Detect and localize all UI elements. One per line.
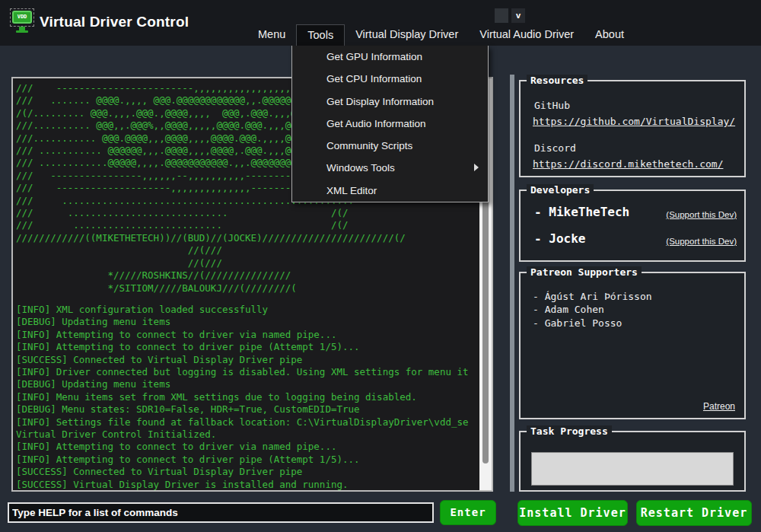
ascii-art-line: //(///: [16, 244, 406, 256]
resources-title: Resources: [527, 75, 587, 86]
discord-label: Discord: [534, 142, 576, 154]
developers-group: Developers - MikeTheTech (Support this D…: [519, 190, 746, 262]
menu-item-virtual-audio-driver[interactable]: Virtual Audio Driver: [469, 24, 584, 46]
log-line: [SUCCESS] Connected to Virtual Display D…: [16, 354, 469, 366]
task-progress-group: Task Progress: [519, 431, 746, 492]
github-link[interactable]: https://github.com/VirtualDisplay/: [533, 116, 735, 127]
command-input[interactable]: [8, 502, 434, 523]
log-line: [INFO] XML configuration loaded successf…: [16, 304, 469, 316]
log-output: [INFO] XML configuration loaded successf…: [16, 304, 469, 491]
developers-title: Developers: [527, 184, 594, 196]
menu-item-virtual-display-driver[interactable]: Virtual Display Driver: [345, 24, 469, 46]
ascii-art-line: */SITIOM/////BALOUKJ///(////////(: [16, 282, 406, 295]
task-progress-title: Task Progress: [527, 425, 612, 437]
vdd-monitor-icon: VDD: [10, 8, 36, 34]
log-line: [INFO] Menu items set from XML settings …: [16, 391, 469, 403]
support-dev-link-1[interactable]: (Support this Dev): [666, 210, 737, 219]
menu-item-get-display-information[interactable]: Get Display Information: [292, 91, 488, 113]
menu-item-menu[interactable]: Menu: [247, 24, 296, 46]
menu-bar: Menu Tools Virtual Display Driver Virtua…: [247, 24, 635, 46]
log-line: [DEBUG] Updating menu items: [16, 378, 469, 390]
ascii-art-line: //(///: [16, 257, 406, 269]
resources-group: Resources GitHub https://github.com/Virt…: [519, 80, 746, 177]
log-line: [INFO] Attempting to connect to driver v…: [16, 329, 469, 341]
patreon-link[interactable]: Patreon: [703, 401, 735, 412]
log-line: [INFO] Driver connected but logging is d…: [16, 366, 469, 378]
log-line: [SUCCESS] Connected to Virtual Display D…: [16, 466, 469, 478]
enter-button[interactable]: Enter: [440, 500, 496, 525]
task-progress-bar: [531, 452, 734, 486]
menu-item-get-audio-information[interactable]: Get Audio Information: [292, 113, 488, 135]
title-bar: VDD Virtual Driver Control v Menu Tools …: [0, 0, 761, 46]
menu-item-get-cpu-information[interactable]: Get CPU Information: [292, 68, 488, 90]
submenu-arrow-icon: [474, 164, 479, 171]
theme-swatch[interactable]: [495, 8, 508, 23]
tools-dropdown-menu: Get GPU Information Get CPU Information …: [291, 46, 489, 202]
patreon-supporters-list: - Ágúst Ari Þórisson- Adam Cohen- Gabrie…: [533, 290, 652, 330]
ascii-art-line: ////////////((MIKETHETECH))//(BUD)//(JOC…: [16, 232, 406, 244]
ascii-art-line: */////ROSHKINS//(///////////////: [16, 269, 406, 282]
developer-name-jocke: - Jocke: [534, 231, 585, 246]
menu-item-about[interactable]: About: [584, 24, 635, 46]
support-dev-link-2[interactable]: (Support this Dev): [666, 237, 737, 246]
windows-tools-label: Windows Tools: [326, 162, 395, 174]
menu-item-tools[interactable]: Tools: [296, 24, 345, 46]
log-line: [INFO] Attempting to connect to driver p…: [16, 341, 469, 353]
developer-name-mikethetech: - MikeTheTech: [534, 205, 629, 219]
virtual-driver-control-window: VDD Virtual Driver Control v Menu Tools …: [0, 0, 761, 532]
chevron-down-icon[interactable]: v: [511, 8, 525, 23]
supporter-name: - Adam Cohen: [533, 303, 652, 316]
menu-item-community-scripts[interactable]: Community Scripts: [292, 135, 488, 157]
log-line: Virtual Driver Control Initialized.: [16, 428, 469, 441]
menu-item-get-gpu-information[interactable]: Get GPU Information: [292, 46, 488, 68]
ascii-art-line: /// ............................ /(/: [16, 207, 406, 219]
log-line: [INFO] Attempting to connect to driver v…: [16, 441, 469, 453]
menu-item-windows-tools[interactable]: Windows Tools: [292, 157, 488, 179]
log-line: [SUCCESS] Virtual Display Driver is inst…: [16, 479, 469, 491]
log-line: [INFO] Settings file found at fallback l…: [16, 416, 469, 428]
window-title: Virtual Driver Control: [40, 14, 189, 30]
log-line: [DEBUG] Menu states: SDR10=False, HDR+=T…: [16, 403, 469, 416]
icon-base: [16, 30, 28, 33]
supporter-name: - Ágúst Ari Þórisson: [533, 290, 652, 303]
icon-screen: VDD: [12, 11, 32, 24]
panel-splitter[interactable]: [510, 75, 514, 492]
install-driver-button[interactable]: Install Driver: [517, 500, 628, 526]
ascii-art-line: /// .......................... /(/: [16, 219, 406, 231]
menu-item-xml-editor[interactable]: XML Editor: [292, 180, 488, 202]
log-line: [DEBUG] Updating menu items: [16, 316, 469, 328]
patreon-supporters-title: Patreon Supporters: [527, 266, 642, 278]
restart-driver-button[interactable]: Restart Driver: [636, 500, 752, 526]
supporter-name: - Gabriel Posso: [533, 317, 652, 330]
github-label: GitHub: [534, 100, 570, 111]
patreon-supporters-group: Patreon Supporters - Ágúst Ari Þórisson-…: [519, 272, 746, 419]
log-line: [INFO] Attempting to connect to driver p…: [16, 454, 469, 466]
discord-link[interactable]: https://discord.mikethetech.com/: [533, 158, 723, 170]
